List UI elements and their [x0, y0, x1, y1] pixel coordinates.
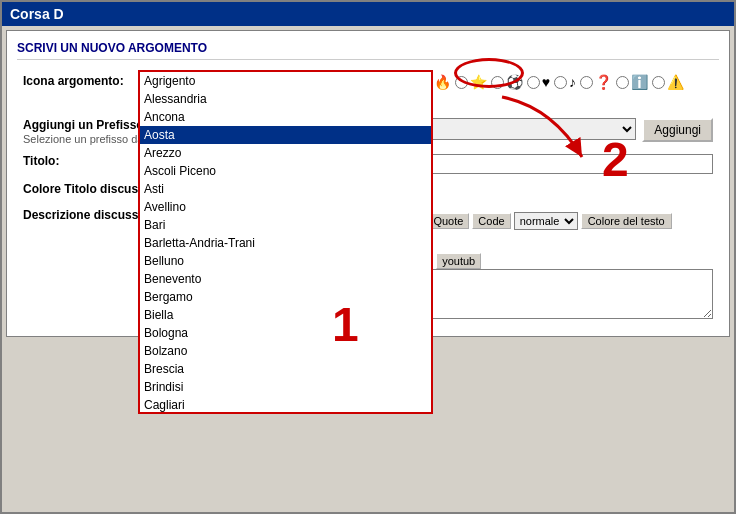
color-text-button[interactable]: Colore del testo — [581, 213, 672, 229]
icon-radio-heart[interactable] — [527, 76, 540, 89]
icon-radio-star[interactable] — [455, 76, 468, 89]
fire-icon: 🔥 — [434, 74, 451, 90]
main-window: Corsa D SCRIVI UN NUOVO ARGOMENTO Icona … — [0, 0, 736, 514]
city-arezzo[interactable]: Arezzo — [140, 144, 431, 162]
aggiungi-button[interactable]: Aggiungi — [642, 118, 713, 142]
star-icon: ⭐ — [470, 74, 487, 90]
icon-radio-question[interactable] — [580, 76, 593, 89]
city-biella[interactable]: Biella — [140, 306, 431, 324]
city-avellino[interactable]: Avellino — [140, 198, 431, 216]
icon-radio-ball[interactable] — [491, 76, 504, 89]
city-bolzano[interactable]: Bolzano — [140, 342, 431, 360]
heart-icon: ♥ — [542, 74, 550, 90]
city-brindisi[interactable]: Brindisi — [140, 378, 431, 396]
city-benevento[interactable]: Benevento — [140, 270, 431, 288]
icon-music[interactable]: ♪ — [554, 74, 576, 90]
city-belluno[interactable]: Belluno — [140, 252, 431, 270]
city-ancona[interactable]: Ancona — [140, 108, 431, 126]
quote-button[interactable]: Quote — [427, 213, 469, 229]
ball-icon: ⚽ — [506, 74, 523, 90]
icon-ball[interactable]: ⚽ — [491, 74, 523, 90]
city-bari[interactable]: Bari — [140, 216, 431, 234]
city-cagliari[interactable]: Cagliari — [140, 396, 431, 412]
window-title: Corsa D — [10, 6, 64, 22]
question-icon: ❓ — [595, 74, 612, 90]
title-bar: Corsa D — [2, 2, 734, 26]
city-brescia[interactable]: Brescia — [140, 360, 431, 378]
city-barletta[interactable]: Barletta-Andria-Trani — [140, 234, 431, 252]
icon-warning[interactable]: ⚠️ — [652, 74, 684, 90]
city-aosta[interactable]: Aosta — [140, 126, 431, 144]
city-agrigento[interactable]: Agrigento — [140, 72, 431, 90]
icon-radio-music[interactable] — [554, 76, 567, 89]
city-asti[interactable]: Asti — [140, 180, 431, 198]
city-bologna[interactable]: Bologna — [140, 324, 431, 342]
city-bergamo[interactable]: Bergamo — [140, 288, 431, 306]
info-icon: ℹ️ — [631, 74, 648, 90]
icon-question[interactable]: ❓ — [580, 74, 612, 90]
city-ascoli[interactable]: Ascoli Piceno — [140, 162, 431, 180]
icon-star[interactable]: ⭐ — [455, 74, 487, 90]
icon-radio-info[interactable] — [616, 76, 629, 89]
icon-radio-warning[interactable] — [652, 76, 665, 89]
dropdown-overlay: Agrigento Alessandria Ancona Aosta Arezz… — [138, 70, 433, 414]
icon-heart[interactable]: ♥ — [527, 74, 550, 90]
section-title: SCRIVI UN NUOVO ARGOMENTO — [17, 41, 719, 60]
prefisso-label: Aggiungi un Prefisso: — [23, 118, 148, 132]
icon-info[interactable]: ℹ️ — [616, 74, 648, 90]
warning-icon: ⚠️ — [667, 74, 684, 90]
youtube-button[interactable]: youtub — [436, 253, 481, 269]
code-button[interactable]: Code — [472, 213, 510, 229]
music-icon: ♪ — [569, 74, 576, 90]
city-dropdown[interactable]: Agrigento Alessandria Ancona Aosta Arezz… — [140, 72, 431, 412]
city-alessandria[interactable]: Alessandria — [140, 90, 431, 108]
format-select[interactable]: normale — [514, 212, 578, 230]
